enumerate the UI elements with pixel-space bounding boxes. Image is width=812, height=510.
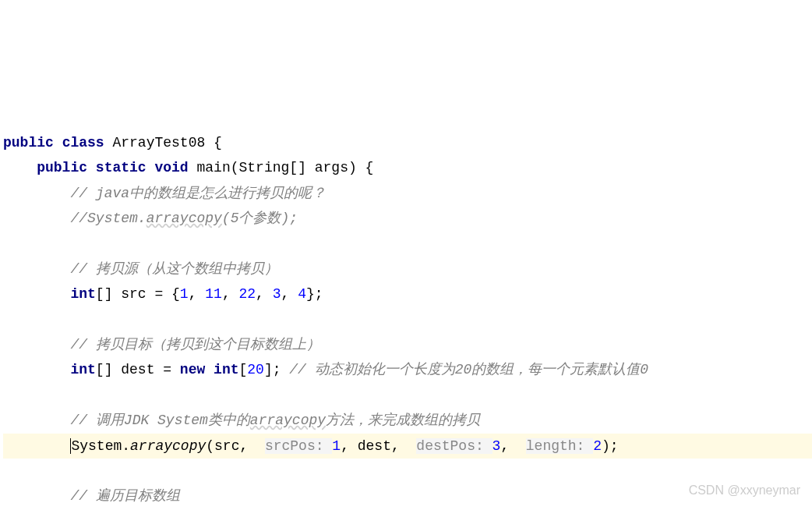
params: (String[] args) { [231,160,374,175]
kw-public: public [37,160,87,175]
main-method: public static void main(String[] args) { [37,160,373,175]
kw-class: class [62,135,104,151]
comment-line: // 拷贝目标（拷贝到这个目标数组上） [70,337,320,352]
kw-void: void [154,160,188,175]
brace: { [205,135,222,151]
param-hint-length: length: [526,438,593,454]
param-hint-destpos: destPos: [416,438,492,454]
comment-line: // 拷贝源（从这个数组中拷贝） [70,261,277,277]
class-declaration: public class ArrayTest08 { [3,135,222,151]
arraycopy-call: System.arraycopy(src, srcPos: 1, dest, d… [70,438,618,454]
kw-static: static [96,160,147,175]
comment-line: //System.arraycopy(5个参数); [70,211,298,226]
src-declaration: int[] src = {1, 11, 22, 3, 4}; [70,286,323,302]
comment-line: // java中的数组是怎么进行拷贝的呢？ [70,186,326,201]
code-block: public class ArrayTest08 { public static… [0,105,812,510]
class-name: ArrayTest08 [112,135,205,151]
param-hint-srcpos: srcPos: [265,438,332,454]
comment-line: // 遍历目标数组 [70,488,179,504]
watermark: CSDN @xxyneymar [689,480,800,502]
dest-declaration: int[] dest = new int[20]; // 动态初始化一个长度为2… [70,362,648,377]
kw-int: int [70,286,95,302]
kw-public: public [3,135,54,151]
method-name: main [197,160,231,175]
comment-line: // 调用JDK System类中的arraycopy方法，来完成数组的拷贝 [70,413,480,428]
highlighted-line: System.arraycopy(src, srcPos: 1, dest, d… [3,434,812,459]
